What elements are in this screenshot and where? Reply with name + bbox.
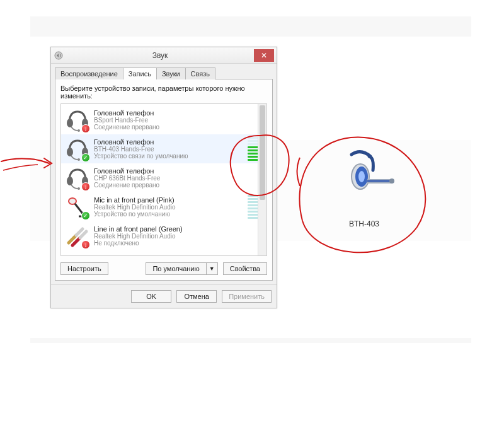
device-status: Соединение прервано — [94, 182, 263, 189]
device-title: Головной телефон — [94, 138, 243, 146]
set-default-dropdown[interactable]: ▼ — [206, 262, 218, 275]
device-sub: BTH-403 Hands-Free — [94, 146, 243, 153]
tab-panel-recording: Выберите устройство записи, параметры ко… — [55, 79, 273, 281]
headset-icon: ↓ — [65, 108, 89, 132]
tab-1[interactable]: Запись — [123, 67, 157, 79]
background-band-low — [30, 338, 471, 343]
device-status: Соединение прервано — [94, 124, 263, 131]
configure-button[interactable]: Настроить — [60, 262, 108, 275]
device-sub: CHP 636Bt Hands-Free — [94, 175, 263, 182]
device-row[interactable]: ↓Line in at front panel (Green)Realtek H… — [61, 221, 266, 250]
down-icon: ↓ — [81, 240, 90, 249]
check-icon: ✓ — [81, 153, 90, 162]
plug-icon: ↓ — [65, 224, 89, 248]
ok-button[interactable]: OK — [131, 290, 171, 303]
svg-point-6 — [77, 158, 80, 161]
svg-point-7 — [67, 177, 73, 185]
mic-icon: ✓ — [65, 195, 89, 219]
device-list[interactable]: ↓Головной телефонBSport Hands-FreeСоедин… — [60, 103, 267, 256]
device-text: Головной телефонBTH-403 Hands-FreeУстрой… — [94, 138, 243, 160]
properties-button[interactable]: Свойства — [223, 262, 267, 275]
device-sub: Realtek High Definition Audio — [94, 233, 263, 240]
set-default-split-button[interactable]: По умолчанию ▼ — [146, 262, 217, 275]
scrollbar[interactable] — [258, 104, 266, 255]
close-button[interactable]: ✕ — [254, 49, 274, 62]
headset-icon: ✓ — [65, 137, 89, 161]
svg-point-9 — [77, 187, 80, 190]
sound-dialog: Звук ✕ ВоспроизведениеЗаписьЗвукиСвязь В… — [50, 47, 277, 308]
device-row[interactable]: ✓Mic in at front panel (Pink)Realtek Hig… — [61, 192, 266, 221]
device-sub: Realtek High Definition Audio — [94, 204, 243, 211]
check-icon: ✓ — [81, 211, 90, 220]
device-status: Устройство связи по умолчанию — [94, 153, 243, 160]
device-title: Головной телефон — [94, 109, 263, 117]
svg-point-3 — [77, 129, 80, 132]
tab-2[interactable]: Звуки — [156, 67, 186, 79]
instruction-text: Выберите устройство записи, параметры ко… — [60, 85, 267, 100]
set-default-button-main[interactable]: По умолчанию — [146, 262, 205, 275]
down-icon: ↓ — [81, 124, 90, 133]
svg-point-4 — [67, 148, 73, 156]
svg-point-1 — [67, 119, 73, 127]
device-title: Головной телефон — [94, 167, 263, 175]
headset-icon: ↓ — [65, 166, 89, 190]
device-status: Устройство по умолчанию — [94, 211, 243, 218]
tab-0[interactable]: Воспроизведение — [55, 67, 123, 79]
device-status: Не подключено — [94, 240, 263, 247]
apply-button[interactable]: Применить — [222, 290, 272, 303]
title-bar[interactable]: Звук ✕ — [51, 47, 277, 64]
device-text: Line in at front panel (Green)Realtek Hi… — [94, 225, 263, 247]
bluetooth-headset-image: BTH-403 — [301, 145, 427, 228]
device-row[interactable]: ↓Головной телефонCHP 636Bt Hands-FreeСое… — [61, 163, 266, 192]
device-row[interactable]: ✓Головной телефонBTH-403 Hands-FreeУстро… — [61, 134, 266, 163]
cancel-button[interactable]: Отмена — [176, 290, 217, 303]
device-text: Mic in at front panel (Pink)Realtek High… — [94, 196, 243, 218]
device-sub: BSport Hands-Free — [94, 117, 263, 124]
svg-rect-17 — [367, 180, 392, 182]
scrollbar-thumb[interactable] — [260, 105, 265, 200]
bluetooth-device-label: BTH-403 — [301, 219, 427, 228]
device-row[interactable]: ↓Головной телефонBSport Hands-FreeСоедин… — [61, 105, 266, 134]
device-text: Головной телефонBSport Hands-FreeСоедине… — [94, 109, 263, 131]
svg-point-15 — [358, 171, 365, 182]
tab-strip: ВоспроизведениеЗаписьЗвукиСвязь — [55, 67, 273, 79]
down-icon: ↓ — [81, 182, 90, 191]
background-band-top — [30, 16, 471, 37]
dialog-footer: OK Отмена Применить — [51, 284, 277, 308]
app-icon — [54, 50, 64, 61]
dialog-title: Звук — [66, 51, 254, 60]
tab-3[interactable]: Связь — [185, 67, 215, 79]
device-text: Головной телефонCHP 636Bt Hands-FreeСоед… — [94, 167, 263, 189]
svg-point-11 — [69, 199, 76, 204]
svg-point-18 — [389, 178, 394, 184]
device-title: Mic in at front panel (Pink) — [94, 196, 243, 204]
panel-button-row: Настроить По умолчанию ▼ Свойства — [60, 262, 267, 275]
device-title: Line in at front panel (Green) — [94, 225, 263, 233]
